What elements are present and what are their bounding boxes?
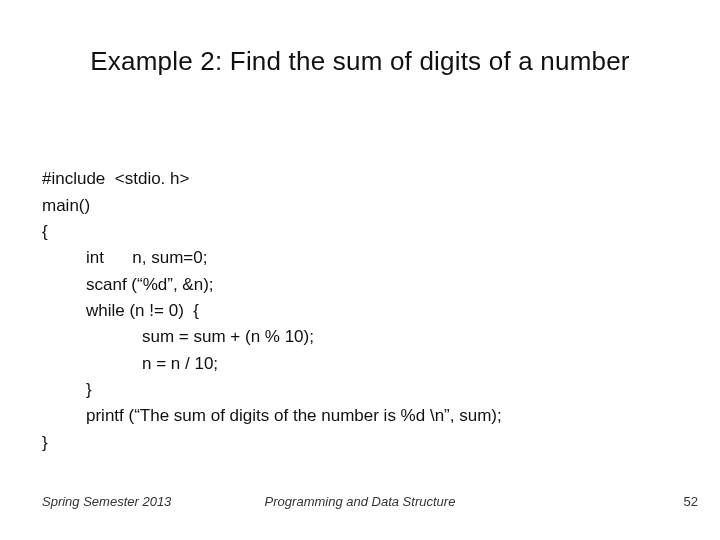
slide-number: 52 bbox=[684, 494, 698, 509]
code-line: } bbox=[42, 433, 48, 452]
code-line: } bbox=[42, 377, 502, 403]
code-line: int n, sum=0; bbox=[42, 245, 502, 271]
code-line: { bbox=[42, 222, 48, 241]
code-line: while (n != 0) { bbox=[42, 298, 502, 324]
code-line: printf (“The sum of digits of the number… bbox=[42, 403, 502, 429]
footer: Spring Semester 2013 Programming and Dat… bbox=[0, 494, 720, 514]
slide-title: Example 2: Find the sum of digits of a n… bbox=[0, 0, 720, 77]
code-line: main() bbox=[42, 196, 90, 215]
code-line: scanf (“%d”, &n); bbox=[42, 272, 502, 298]
code-line: #include <stdio. h> bbox=[42, 169, 189, 188]
code-line: sum = sum + (n % 10); bbox=[42, 324, 502, 350]
footer-course: Programming and Data Structure bbox=[0, 494, 720, 509]
code-line: n = n / 10; bbox=[42, 351, 502, 377]
slide: Example 2: Find the sum of digits of a n… bbox=[0, 0, 720, 540]
code-block: #include <stdio. h> main() { int n, sum=… bbox=[42, 140, 502, 456]
